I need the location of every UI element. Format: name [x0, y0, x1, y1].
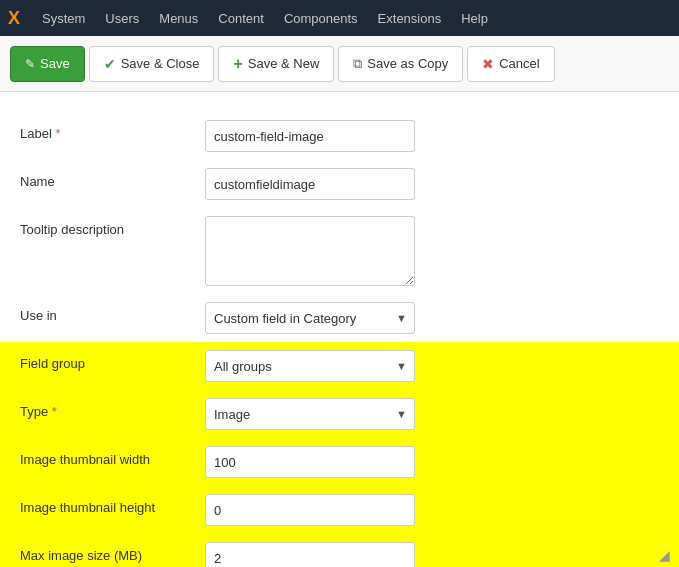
label-row: Label *: [0, 112, 679, 160]
name-field-label: Name: [20, 168, 205, 189]
field-group-row: Field group All groups ▼: [0, 342, 679, 390]
type-select[interactable]: Image: [205, 398, 415, 430]
use-in-field-label: Use in: [20, 302, 205, 323]
tooltip-textarea[interactable]: [205, 216, 415, 286]
save-close-button[interactable]: ✔ Save & Close: [89, 46, 215, 82]
label-input[interactable]: [205, 120, 415, 152]
cancel-button[interactable]: ✖ Cancel: [467, 46, 554, 82]
type-required-marker: *: [52, 404, 57, 419]
thumb-width-input[interactable]: [205, 446, 415, 478]
thumb-width-row: Image thumbnail width: [0, 438, 679, 486]
nav-system[interactable]: System: [32, 0, 95, 36]
type-row: Type * Image ▼: [0, 390, 679, 438]
field-group-select[interactable]: All groups: [205, 350, 415, 382]
save-close-label: Save & Close: [121, 56, 200, 71]
nav-menus[interactable]: Menus: [149, 0, 208, 36]
tooltip-field-label: Tooltip description: [20, 216, 205, 237]
main-navbar: X System Users Menus Content Components …: [0, 0, 679, 36]
nav-components[interactable]: Components: [274, 0, 368, 36]
brand-logo: X: [8, 8, 20, 29]
max-size-input[interactable]: [205, 542, 415, 567]
nav-help[interactable]: Help: [451, 0, 498, 36]
thumb-height-row: Image thumbnail height: [0, 486, 679, 534]
save-new-button[interactable]: + Save & New: [218, 46, 334, 82]
copy-icon: ⧉: [353, 56, 362, 72]
required-marker: *: [55, 126, 60, 141]
max-size-label: Max image size (MB): [20, 542, 205, 563]
type-select-wrapper: Image ▼: [205, 398, 415, 430]
use-in-select[interactable]: Custom field in Category: [205, 302, 415, 334]
nav-extensions[interactable]: Extensions: [368, 0, 452, 36]
use-in-select-wrapper: Custom field in Category ▼: [205, 302, 415, 334]
save-label: Save: [40, 56, 70, 71]
x-icon: ✖: [482, 56, 494, 72]
nav-content[interactable]: Content: [208, 0, 274, 36]
save-new-label: Save & New: [248, 56, 320, 71]
tooltip-row: Tooltip description: [0, 208, 679, 294]
yellow-section: Field group All groups ▼ Type * Image ▼ …: [0, 342, 679, 567]
nav-users[interactable]: Users: [95, 0, 149, 36]
resize-handle-icon: ◢: [659, 547, 671, 559]
thumb-height-label: Image thumbnail height: [20, 494, 205, 515]
name-row: Name: [0, 160, 679, 208]
save-button[interactable]: ✎ Save: [10, 46, 85, 82]
field-group-label: Field group: [20, 350, 205, 371]
check-icon: ✔: [104, 56, 116, 72]
use-in-row: Use in Custom field in Category ▼: [0, 294, 679, 342]
save-copy-button[interactable]: ⧉ Save as Copy: [338, 46, 463, 82]
name-input[interactable]: [205, 168, 415, 200]
form-area: Label * Name Tooltip description Use in …: [0, 92, 679, 567]
field-group-select-wrapper: All groups ▼: [205, 350, 415, 382]
cancel-label: Cancel: [499, 56, 539, 71]
toolbar: ✎ Save ✔ Save & Close + Save & New ⧉ Sav…: [0, 36, 679, 92]
max-size-row: Max image size (MB): [0, 534, 679, 567]
label-field-label: Label *: [20, 120, 205, 141]
plus-icon: +: [233, 55, 242, 73]
type-field-label: Type *: [20, 398, 205, 419]
save-copy-label: Save as Copy: [367, 56, 448, 71]
save-icon: ✎: [25, 57, 35, 71]
thumb-height-input[interactable]: [205, 494, 415, 526]
thumb-width-label: Image thumbnail width: [20, 446, 205, 467]
